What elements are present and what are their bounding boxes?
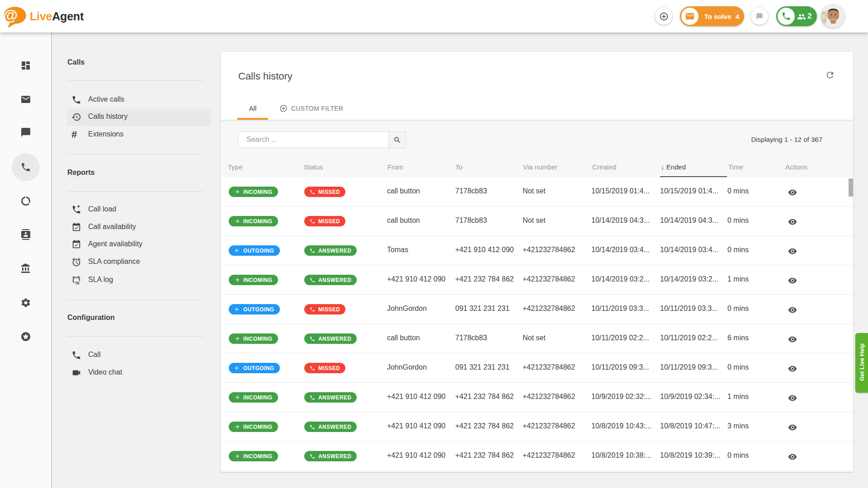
svg-text:@: @ (4, 7, 18, 23)
